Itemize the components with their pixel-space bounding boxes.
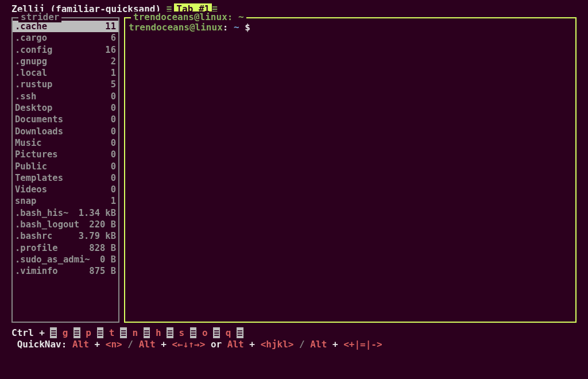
file-row[interactable]: .profile828 B xyxy=(13,242,118,254)
file-row[interactable]: Videos0 xyxy=(13,184,118,195)
alt-key-4: Alt xyxy=(310,339,327,350)
quicknav-label: QuickNav: xyxy=(17,339,67,350)
key-bracket-icon: ≡ xyxy=(144,327,150,338)
file-name: Documents xyxy=(15,114,63,125)
strider-title: strider xyxy=(18,11,61,22)
file-name: .viminfo xyxy=(15,265,58,277)
file-name: .bash_logout xyxy=(15,219,79,230)
file-row[interactable]: .cache11 xyxy=(13,21,118,32)
file-name: Templates xyxy=(15,172,63,184)
key-bracket-icon: ≡ xyxy=(97,327,104,338)
shortcut-key[interactable]: t xyxy=(109,327,115,338)
file-value: 0 xyxy=(111,172,116,184)
file-name: .profile xyxy=(15,242,58,254)
file-row[interactable]: .config16 xyxy=(13,44,118,56)
file-row[interactable]: .bashrc3.79 kB xyxy=(13,230,118,242)
file-value: 0 xyxy=(111,114,116,125)
file-row[interactable]: .sudo_as_admi~0 B xyxy=(13,254,118,265)
shortcut-key[interactable]: s xyxy=(179,327,185,338)
file-name: snap xyxy=(15,195,36,207)
shortcut-key[interactable]: h xyxy=(156,327,161,338)
file-name: .rustup xyxy=(15,79,52,90)
file-row[interactable]: .rustup5 xyxy=(13,79,118,90)
file-name: Music xyxy=(15,137,42,149)
file-row[interactable]: Public0 xyxy=(13,161,118,172)
file-value: 3.79 kB xyxy=(79,230,116,242)
file-name: .bash_his~ xyxy=(15,207,68,219)
file-value: 0 xyxy=(111,184,116,195)
arrow-keys: <←↓↑→> xyxy=(172,339,205,350)
file-row[interactable]: Desktop0 xyxy=(13,102,118,114)
title-bar: Zellij (familiar-quicksand) ≡ Tab #1 ≡ xyxy=(11,2,577,15)
file-value: 0 xyxy=(111,102,116,114)
file-name: .sudo_as_admi~ xyxy=(15,254,90,265)
file-row[interactable]: .bash_his~1.34 kB xyxy=(13,207,118,219)
alt-key-1: Alt xyxy=(72,339,89,350)
or-label: or xyxy=(211,339,222,350)
file-name: Public xyxy=(15,161,47,172)
file-value: 2 xyxy=(111,56,116,67)
file-row[interactable]: .ssh0 xyxy=(13,91,118,102)
file-name: .local xyxy=(15,67,47,79)
file-value: 875 B xyxy=(89,265,116,277)
shortcut-key[interactable]: n xyxy=(132,327,138,338)
key-bracket-icon: ≡ xyxy=(190,327,197,338)
ctrl-label: Ctrl + xyxy=(11,327,45,338)
file-value: 1 xyxy=(111,195,116,207)
file-row[interactable]: .gnupg2 xyxy=(13,56,118,67)
file-row[interactable]: Templates0 xyxy=(13,172,118,184)
file-name: .cargo xyxy=(15,32,47,44)
file-row[interactable]: .bash_logout220 B xyxy=(13,219,118,230)
bottom-bar: Ctrl + ≡ g ≡ p ≡ t ≡ n ≡ h ≡ s ≡ o ≡ q ≡… xyxy=(11,327,577,350)
strider-pane[interactable]: strider .cache11.cargo6.config16.gnupg2.… xyxy=(11,17,119,323)
file-value: 11 xyxy=(105,21,116,32)
file-name: .ssh xyxy=(15,91,36,102)
file-row[interactable]: Downloads0 xyxy=(13,126,118,137)
file-value: 0 xyxy=(111,149,116,160)
file-value: 220 B xyxy=(89,219,116,230)
alt-key-3: Alt xyxy=(227,339,244,350)
file-value: 0 xyxy=(111,137,116,149)
prompt-path: ~ xyxy=(234,22,239,33)
plus-minus-key: <+|=|-> xyxy=(343,339,382,350)
file-name: Videos xyxy=(15,184,47,195)
file-row[interactable]: .cargo6 xyxy=(13,32,118,44)
file-value: 1.34 kB xyxy=(79,207,116,219)
file-value: 0 B xyxy=(100,254,116,265)
n-key: <n> xyxy=(106,339,122,350)
shortcut-key[interactable]: q xyxy=(226,327,231,338)
panes-container: strider .cache11.cargo6.config16.gnupg2.… xyxy=(11,17,577,323)
prompt-userhost: trendoceans@linux xyxy=(129,22,223,33)
terminal-pane[interactable]: trendoceans@linux: ~ trendoceans@linux: … xyxy=(124,17,577,323)
file-row[interactable]: .local1 xyxy=(13,67,118,79)
file-row[interactable]: Documents0 xyxy=(13,114,118,125)
terminal-title: trendoceans@linux: ~ xyxy=(131,11,246,22)
key-bracket-icon: ≡ xyxy=(74,327,80,338)
file-value: 0 xyxy=(111,161,116,172)
key-bracket-icon: ≡ xyxy=(167,327,173,338)
alt-key-2: Alt xyxy=(139,339,156,350)
file-row[interactable]: .viminfo875 B xyxy=(13,265,118,277)
file-name: Desktop xyxy=(15,102,52,114)
key-bracket-icon: ≡ xyxy=(237,327,243,338)
key-bracket-icon: ≡ xyxy=(50,327,57,338)
file-row[interactable]: Pictures0 xyxy=(13,149,118,160)
file-list[interactable]: .cache11.cargo6.config16.gnupg2.local1.r… xyxy=(13,18,118,277)
hjkl-key: <hjkl> xyxy=(261,339,294,350)
file-name: .config xyxy=(15,44,52,56)
file-row[interactable]: Music0 xyxy=(13,137,118,149)
file-value: 6 xyxy=(111,32,116,44)
file-value: 0 xyxy=(111,91,116,102)
prompt-separator: : xyxy=(223,22,229,33)
file-value: 0 xyxy=(111,126,116,137)
file-value: 5 xyxy=(111,79,116,90)
file-value: 828 B xyxy=(89,242,116,254)
shortcut-key[interactable]: o xyxy=(202,327,208,338)
file-name: Downloads xyxy=(15,126,63,137)
file-name: Pictures xyxy=(15,149,58,160)
shortcut-key[interactable]: p xyxy=(86,327,91,338)
file-name: .bashrc xyxy=(15,230,52,242)
shortcut-key[interactable]: g xyxy=(63,327,68,338)
file-value: 16 xyxy=(105,44,116,56)
file-row[interactable]: snap1 xyxy=(13,195,118,207)
